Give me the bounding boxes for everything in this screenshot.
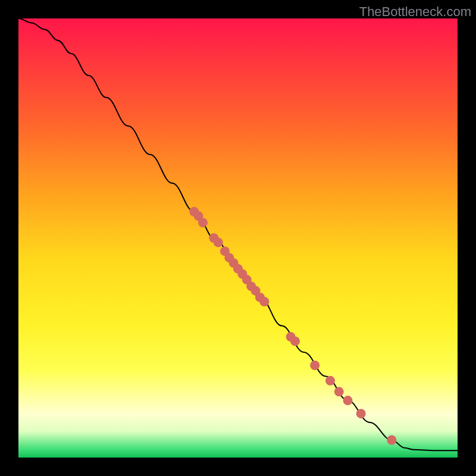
data-point [290,336,300,346]
data-point [198,218,208,227]
points-layer [189,207,396,445]
data-point [343,396,353,405]
data-point [259,297,269,306]
curve [18,18,458,450]
data-point [334,387,344,396]
data-point [214,237,223,247]
chart-stage: TheBottleneck.com [0,0,476,476]
plot-area [18,18,458,458]
curve-layer [18,18,458,450]
data-point [325,376,335,386]
data-point [310,361,320,370]
watermark-text: TheBottleneck.com [359,4,471,20]
chart-svg [18,18,458,458]
data-point [387,435,396,444]
data-point [356,409,366,418]
